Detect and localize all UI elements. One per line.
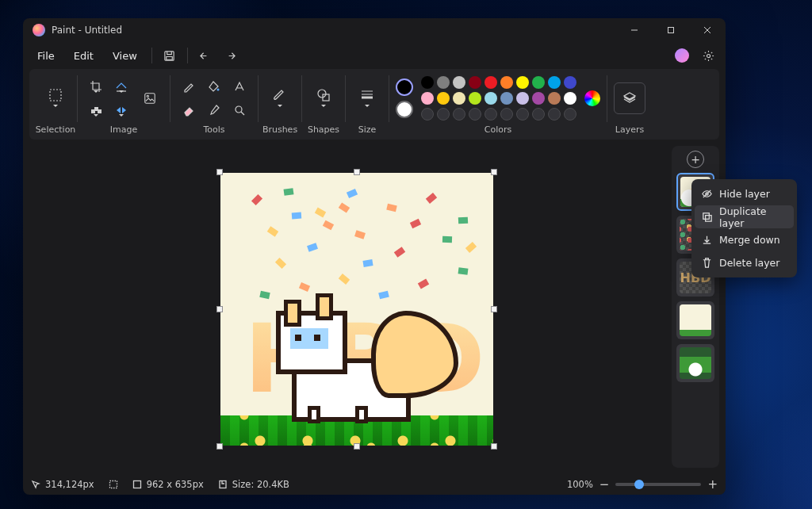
titlebar: Paint - Untitled: [23, 18, 726, 42]
palette-swatch[interactable]: [516, 92, 529, 105]
palette-swatch-empty[interactable]: [564, 108, 576, 121]
brushes-tool[interactable]: [265, 81, 295, 116]
resize-handle[interactable]: [216, 443, 223, 450]
palette-swatch[interactable]: [421, 76, 434, 89]
fill-tool[interactable]: [202, 75, 226, 98]
resize-handle[interactable]: [216, 169, 223, 175]
palette-swatch[interactable]: [469, 76, 481, 89]
zoom-in-button[interactable]: +: [707, 477, 718, 492]
palette-swatch[interactable]: [469, 92, 481, 105]
palette-swatch[interactable]: [500, 76, 513, 89]
palette-swatch-empty[interactable]: [421, 108, 434, 121]
resize-handle[interactable]: [491, 169, 497, 175]
palette-swatch[interactable]: [485, 76, 497, 89]
palette-swatch-empty[interactable]: [469, 108, 481, 121]
toggle-layers-panel[interactable]: [614, 82, 645, 114]
color-picker-tool[interactable]: [202, 99, 226, 121]
menu-edit[interactable]: Edit: [66, 47, 102, 65]
layer-thumb-5[interactable]: [676, 344, 714, 382]
flip-tool[interactable]: [109, 99, 133, 121]
svg-rect-7: [145, 94, 155, 103]
undo-button[interactable]: [194, 44, 216, 67]
palette-swatch[interactable]: [532, 92, 545, 105]
redo-button[interactable]: [220, 44, 242, 67]
palette-swatch-empty[interactable]: [548, 108, 561, 121]
svg-rect-13: [109, 481, 117, 488]
svg-rect-14: [133, 481, 140, 488]
edit-colors-button[interactable]: [584, 90, 600, 106]
palette-swatch[interactable]: [500, 92, 513, 105]
palette-swatch-empty[interactable]: [453, 108, 465, 121]
palette-swatch[interactable]: [485, 92, 497, 105]
add-layer-button[interactable]: +: [687, 151, 704, 168]
color-palette: [421, 76, 576, 121]
group-label-size: Size: [358, 123, 377, 138]
palette-swatch[interactable]: [564, 76, 576, 89]
workspace: HBD: [23, 140, 726, 474]
canvas[interactable]: HBD: [220, 173, 493, 446]
ctx-hide-layer[interactable]: Hide layer: [695, 182, 794, 205]
eraser-tool[interactable]: [177, 99, 201, 121]
ctx-duplicate-layer[interactable]: Duplicate layer: [695, 205, 794, 228]
canvas-area[interactable]: HBD: [23, 140, 672, 474]
line-size-tool[interactable]: [352, 81, 382, 116]
resize-handle[interactable]: [216, 306, 223, 312]
art-fox: [268, 263, 450, 422]
palette-swatch-empty[interactable]: [500, 108, 513, 121]
group-shapes: Shapes: [302, 74, 345, 138]
palette-swatch[interactable]: [516, 76, 529, 89]
settings-button[interactable]: [697, 44, 719, 67]
resize-handle[interactable]: [354, 169, 360, 175]
palette-swatch[interactable]: [437, 76, 450, 89]
artwork: HBD: [220, 173, 493, 446]
resize-handle[interactable]: [491, 306, 497, 312]
magnifier-tool[interactable]: [228, 99, 251, 121]
color-primary[interactable]: [396, 78, 413, 96]
group-label-colors: Colors: [485, 123, 511, 138]
zoom-percent: 100%: [567, 479, 593, 490]
resize-handle[interactable]: [354, 443, 360, 450]
image-ai-tool[interactable]: [136, 85, 163, 112]
zoom-slider[interactable]: [615, 483, 701, 486]
group-colors: Colors: [389, 74, 607, 138]
palette-swatch[interactable]: [548, 76, 561, 89]
layer-thumb-4[interactable]: [676, 301, 714, 339]
palette-swatch-empty[interactable]: [516, 108, 529, 121]
shapes-tool[interactable]: [308, 81, 339, 116]
status-file-size: Size: 20.4KB: [218, 479, 289, 490]
text-tool[interactable]: [228, 75, 251, 98]
ctx-merge-down[interactable]: Merge down: [695, 228, 794, 251]
palette-swatch[interactable]: [437, 92, 450, 105]
svg-rect-6: [98, 109, 102, 113]
minimize-button[interactable]: [616, 18, 653, 42]
palette-swatch[interactable]: [453, 92, 465, 105]
palette-swatch-empty[interactable]: [485, 108, 497, 121]
save-button[interactable]: [159, 44, 181, 67]
paint-app-window: Paint - Untitled File Edit View: [23, 18, 726, 495]
ctx-delete-layer[interactable]: Delete layer: [695, 251, 794, 274]
close-button[interactable]: [689, 18, 726, 42]
svg-point-10: [236, 106, 242, 113]
palette-swatch[interactable]: [453, 76, 465, 89]
maximize-button[interactable]: [653, 18, 689, 42]
palette-swatch[interactable]: [548, 92, 561, 105]
group-label-tools: Tools: [203, 123, 224, 138]
rotate-tool[interactable]: [84, 99, 108, 121]
user-avatar[interactable]: [675, 48, 689, 63]
select-tool[interactable]: [40, 81, 71, 116]
group-size: Size: [346, 74, 389, 138]
palette-swatch-empty[interactable]: [437, 108, 450, 121]
palette-swatch[interactable]: [421, 92, 434, 105]
crop-tool[interactable]: [84, 75, 108, 98]
resize-tool[interactable]: [109, 75, 133, 98]
palette-swatch-empty[interactable]: [532, 108, 545, 121]
zoom-out-button[interactable]: −: [599, 477, 610, 492]
resize-handle[interactable]: [491, 443, 497, 450]
pencil-tool[interactable]: [177, 75, 201, 98]
menu-file[interactable]: File: [29, 47, 63, 65]
menu-view[interactable]: View: [105, 47, 145, 65]
svg-rect-18: [706, 216, 712, 222]
color-secondary[interactable]: [396, 101, 413, 118]
palette-swatch[interactable]: [532, 76, 545, 89]
palette-swatch[interactable]: [564, 92, 576, 105]
